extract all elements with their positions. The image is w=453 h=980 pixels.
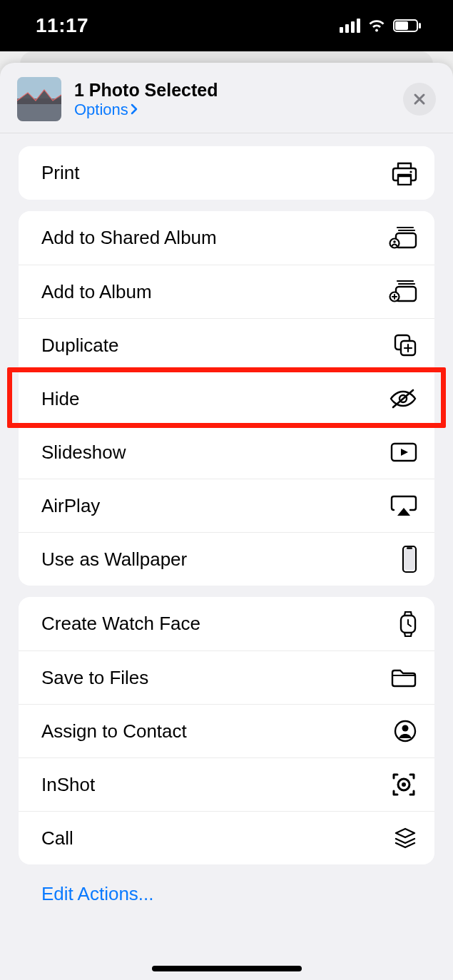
action-assign-contact[interactable]: Assign to Contact [19, 704, 434, 757]
shared-album-icon [389, 226, 417, 250]
album-add-icon [389, 280, 417, 304]
svg-point-20 [402, 725, 409, 732]
actions-group-1: Print [19, 146, 434, 200]
contact-icon [393, 719, 417, 743]
svg-point-7 [390, 238, 399, 247]
status-time: 11:17 [36, 14, 88, 37]
action-duplicate[interactable]: Duplicate [19, 318, 434, 372]
action-label: Create Watch Face [41, 613, 200, 635]
stack-icon [393, 826, 417, 850]
options-label: Options [74, 101, 128, 119]
action-label: Duplicate [41, 335, 118, 357]
action-call[interactable]: Call [19, 811, 434, 864]
action-inshot[interactable]: InShot [19, 757, 434, 811]
action-label: Assign to Contact [41, 720, 187, 742]
action-slideshow[interactable]: Slideshow [19, 425, 434, 479]
svg-rect-17 [407, 547, 412, 549]
action-hide[interactable]: Hide [19, 372, 434, 425]
eye-slash-icon [389, 388, 417, 409]
airplay-icon [390, 494, 417, 517]
phone-icon [402, 545, 417, 573]
printer-icon [392, 161, 417, 185]
action-label: InShot [41, 774, 95, 796]
folder-icon [390, 667, 417, 688]
actions-group-3: Create Watch Face Save to Files Assign t… [19, 597, 434, 864]
status-bar: 11:17 [0, 0, 453, 51]
action-label: Add to Album [41, 281, 152, 303]
action-save-files[interactable]: Save to Files [19, 650, 434, 704]
action-airplay[interactable]: AirPlay [19, 479, 434, 532]
edit-actions-label: Edit Actions... [41, 883, 154, 904]
edit-actions-button[interactable]: Edit Actions... [19, 864, 434, 924]
close-icon [412, 92, 427, 106]
action-wallpaper[interactable]: Use as Wallpaper [19, 532, 434, 586]
share-sheet-header: 1 Photo Selected Options [0, 63, 453, 133]
svg-point-8 [393, 240, 396, 243]
action-label: Use as Wallpaper [41, 548, 187, 571]
header-title: 1 Photo Selected [74, 80, 390, 101]
watch-icon [399, 610, 417, 638]
action-watch-face[interactable]: Create Watch Face [19, 597, 434, 650]
close-button[interactable] [403, 83, 436, 116]
play-rect-icon [390, 442, 417, 462]
svg-rect-16 [404, 548, 414, 570]
share-sheet: 1 Photo Selected Options Print [0, 63, 453, 980]
action-label: AirPlay [41, 495, 100, 517]
action-label: Save to Files [41, 667, 148, 689]
svg-rect-2 [419, 23, 421, 29]
action-label: Slideshow [41, 441, 126, 464]
battery-icon [393, 19, 422, 32]
svg-rect-1 [395, 21, 408, 30]
home-indicator[interactable] [152, 966, 302, 971]
photo-thumbnail[interactable] [17, 77, 61, 121]
chevron-right-icon [130, 102, 138, 118]
duplicate-icon [393, 333, 417, 357]
action-label: Hide [41, 388, 79, 410]
action-label: Add to Shared Album [41, 227, 217, 249]
action-add-album[interactable]: Add to Album [19, 265, 434, 318]
svg-point-5 [409, 170, 412, 173]
inshot-icon [390, 771, 417, 798]
options-button[interactable]: Options [74, 101, 138, 119]
actions-group-2: Add to Shared Album Add to Album Duplica… [19, 211, 434, 586]
action-label: Print [41, 162, 79, 184]
action-add-shared-album[interactable]: Add to Shared Album [19, 211, 434, 265]
cellular-icon [340, 19, 360, 33]
action-label: Call [41, 827, 73, 849]
wifi-icon [367, 19, 386, 33]
action-print[interactable]: Print [19, 146, 434, 200]
svg-point-22 [402, 782, 406, 787]
